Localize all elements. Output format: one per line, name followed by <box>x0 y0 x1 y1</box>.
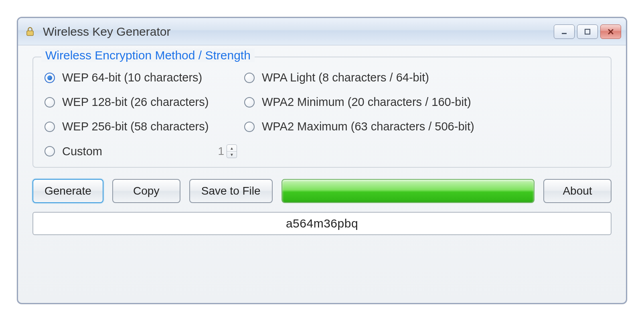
lock-icon <box>24 26 36 38</box>
radio-label: WPA Light (8 characters / 64-bit) <box>262 71 429 84</box>
radio-icon <box>244 97 255 108</box>
groupbox-legend: Wireless Encryption Method / Strength <box>41 49 255 62</box>
strength-meter <box>281 179 535 203</box>
app-window: Wireless Key Generator Wireless Encrypti… <box>17 17 627 304</box>
radio-wpa2-min[interactable]: WPA2 Minimum (20 characters / 160-bit) <box>244 95 599 109</box>
titlebar[interactable]: Wireless Key Generator <box>18 18 626 45</box>
radio-custom[interactable]: Custom 1 ▲ ▼ <box>45 144 237 158</box>
radio-wep64[interactable]: WEP 64-bit (10 characters) <box>45 71 237 84</box>
svg-rect-2 <box>585 29 590 34</box>
generated-key-text: a564m36pbq <box>286 217 358 230</box>
copy-button[interactable]: Copy <box>112 179 180 203</box>
radio-label: WPA2 Maximum (63 characters / 506-bit) <box>262 120 474 133</box>
radio-icon <box>244 73 255 83</box>
svg-rect-1 <box>562 33 567 34</box>
radio-label: WEP 128-bit (26 characters) <box>62 95 209 109</box>
window-controls <box>554 24 621 39</box>
save-to-file-button[interactable]: Save to File <box>189 179 273 203</box>
radio-label: WEP 256-bit (58 characters) <box>62 120 209 133</box>
radio-label: WPA2 Minimum (20 characters / 160-bit) <box>262 95 471 109</box>
button-row: Generate Copy Save to File About <box>32 179 612 203</box>
encryption-groupbox: Wireless Encryption Method / Strength WE… <box>32 57 612 168</box>
window-title: Wireless Key Generator <box>42 25 548 39</box>
generated-key-output[interactable]: a564m36pbq <box>32 212 612 235</box>
about-button[interactable]: About <box>543 179 612 203</box>
spinner-up-icon[interactable]: ▲ <box>227 145 237 151</box>
spinner-down-icon[interactable]: ▼ <box>227 151 237 158</box>
radio-wep128[interactable]: WEP 128-bit (26 characters) <box>45 95 237 109</box>
radio-icon <box>45 97 55 108</box>
spinner-buttons[interactable]: ▲ ▼ <box>227 144 237 158</box>
radio-label: Custom <box>62 145 102 158</box>
close-button[interactable] <box>600 24 621 39</box>
radio-wpa2-max[interactable]: WPA2 Maximum (63 characters / 506-bit) <box>244 120 599 133</box>
client-area: Wireless Encryption Method / Strength WE… <box>18 45 626 245</box>
generate-button[interactable]: Generate <box>32 179 103 203</box>
radio-grid: WEP 64-bit (10 characters) WPA Light (8 … <box>45 71 599 158</box>
radio-wep256[interactable]: WEP 256-bit (58 characters) <box>45 120 237 133</box>
radio-label: WEP 64-bit (10 characters) <box>62 71 202 84</box>
maximize-button[interactable] <box>577 24 598 39</box>
svg-rect-0 <box>27 30 33 35</box>
minimize-button[interactable] <box>554 24 575 39</box>
spinner-value: 1 <box>215 145 227 158</box>
radio-wpa-light[interactable]: WPA Light (8 characters / 64-bit) <box>244 71 599 84</box>
radio-icon <box>45 73 55 83</box>
custom-length-spinner[interactable]: 1 ▲ ▼ <box>215 144 237 158</box>
radio-icon <box>45 146 55 156</box>
radio-icon <box>45 122 55 132</box>
radio-icon <box>244 122 255 132</box>
